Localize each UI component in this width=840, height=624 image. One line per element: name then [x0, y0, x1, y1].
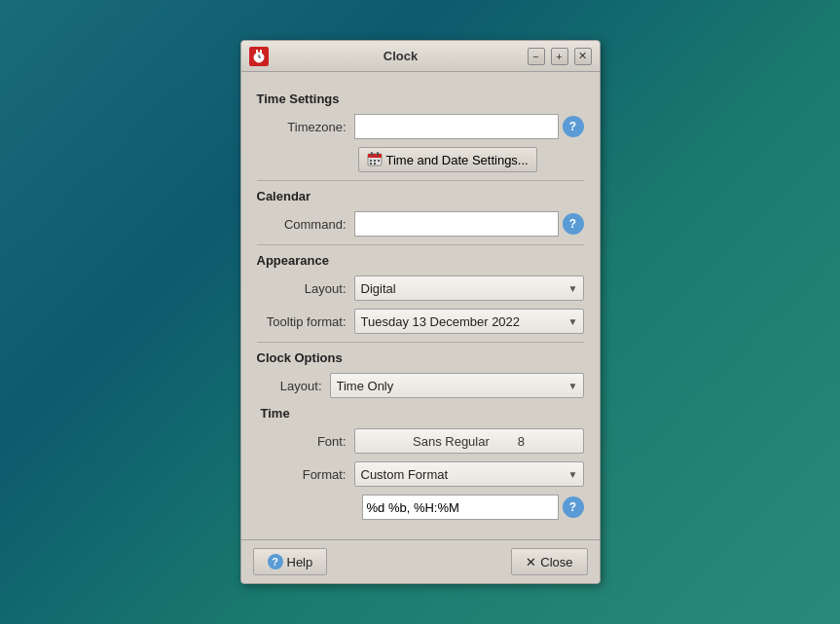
close-button[interactable]: ✕ Close	[511, 548, 587, 575]
custom-format-help-button[interactable]: ?	[563, 496, 584, 518]
close-window-button[interactable]: ✕	[574, 48, 592, 65]
divider-3	[257, 342, 584, 343]
time-date-settings-row: Time and Date Settings...	[257, 147, 584, 172]
dialog-footer: ? Help ✕ Close	[241, 539, 600, 583]
timezone-label: Timezone:	[257, 120, 354, 134]
svg-rect-6	[260, 50, 262, 53]
window-controls: − + ✕	[528, 48, 592, 65]
svg-rect-14	[370, 163, 372, 165]
help-button[interactable]: ? Help	[253, 548, 328, 575]
close-icon: ✕	[526, 555, 536, 569]
command-input-group: ?	[354, 211, 584, 237]
time-date-settings-button[interactable]: Time and Date Settings...	[358, 147, 537, 172]
calendar-heading: Calendar	[257, 189, 584, 203]
appearance-layout-select-wrapper: Digital Analog Binary Fuzzy ▼	[354, 275, 584, 301]
appearance-layout-label: Layout:	[257, 281, 354, 296]
divider-1	[257, 180, 584, 181]
format-row: Format: Custom Format 12 Hour 24 Hour ▼	[257, 461, 584, 487]
help-icon: ?	[268, 554, 283, 569]
divider-2	[257, 244, 584, 245]
time-subsection-heading: Time	[257, 406, 584, 421]
tooltip-format-row: Tooltip format: Tuesday 13 December 2022…	[257, 309, 584, 334]
svg-rect-12	[374, 160, 376, 162]
command-help-button[interactable]: ?	[563, 213, 584, 235]
font-value-text: Sans Regular	[413, 434, 490, 449]
minimize-button[interactable]: −	[528, 48, 545, 65]
time-date-settings-label: Time and Date Settings...	[386, 153, 529, 167]
clock-layout-select-wrapper: Time Only Date Only Time and Date ▼	[330, 373, 584, 398]
font-display[interactable]: Sans Regular 8	[354, 428, 584, 454]
maximize-button[interactable]: +	[551, 48, 568, 65]
timezone-input-group: ?	[354, 114, 584, 139]
format-select-wrapper: Custom Format 12 Hour 24 Hour ▼	[354, 461, 584, 487]
format-label: Format:	[257, 467, 354, 482]
format-select[interactable]: Custom Format 12 Hour 24 Hour	[354, 461, 584, 487]
svg-rect-5	[256, 50, 258, 53]
appearance-layout-select[interactable]: Digital Analog Binary Fuzzy	[354, 275, 584, 301]
time-settings-heading: Time Settings	[257, 92, 584, 106]
clock-layout-select[interactable]: Time Only Date Only Time and Date	[330, 373, 584, 398]
tooltip-format-label: Tooltip format:	[257, 314, 354, 329]
timezone-input[interactable]	[354, 114, 559, 139]
help-label: Help	[287, 555, 313, 569]
clock-settings-window: Clock − + ✕ Time Settings Timezone: ?	[240, 40, 601, 584]
calendar-icon	[367, 151, 383, 169]
svg-rect-13	[378, 160, 380, 162]
app-icon	[249, 47, 269, 66]
tooltip-format-select[interactable]: Tuesday 13 December 2022 Custom Format N…	[354, 309, 584, 334]
clock-layout-row: Layout: Time Only Date Only Time and Dat…	[257, 373, 584, 398]
tooltip-format-select-wrapper: Tuesday 13 December 2022 Custom Format N…	[354, 309, 584, 334]
dialog-content: Time Settings Timezone: ?	[241, 72, 600, 539]
command-label: Command:	[257, 217, 354, 232]
font-row: Font: Sans Regular 8	[257, 428, 584, 454]
titlebar: Clock − + ✕	[241, 41, 600, 72]
clock-options-heading: Clock Options	[257, 350, 584, 365]
svg-rect-10	[377, 152, 379, 156]
custom-format-row: ?	[261, 495, 584, 520]
appearance-heading: Appearance	[257, 253, 584, 268]
clock-layout-label: Layout:	[257, 379, 330, 393]
font-label: Font:	[257, 434, 354, 449]
font-size-text: 8	[518, 434, 525, 449]
svg-rect-15	[374, 163, 376, 165]
svg-rect-9	[371, 152, 373, 156]
command-input[interactable]	[354, 211, 559, 237]
timezone-help-button[interactable]: ?	[563, 116, 584, 137]
command-row: Command: ?	[257, 211, 584, 237]
window-title: Clock	[274, 49, 528, 63]
svg-rect-8	[368, 154, 382, 158]
close-label: Close	[540, 555, 572, 569]
appearance-layout-row: Layout: Digital Analog Binary Fuzzy ▼	[257, 275, 584, 301]
svg-rect-11	[370, 160, 372, 162]
custom-format-input[interactable]	[362, 495, 559, 520]
timezone-row: Timezone: ?	[257, 114, 584, 139]
